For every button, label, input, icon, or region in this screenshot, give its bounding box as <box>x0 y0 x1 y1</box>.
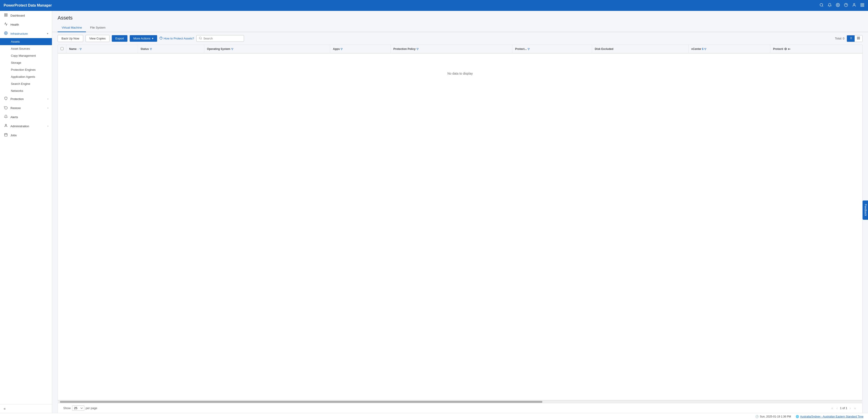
sidebar-item-restore[interactable]: Restore › <box>0 103 52 113</box>
help-icon[interactable] <box>844 3 848 8</box>
no-data-message: No data to display <box>58 54 862 93</box>
sidebar-item-health[interactable]: Health <box>0 20 52 29</box>
sidebar-item-dashboard[interactable]: Dashboard <box>0 11 52 20</box>
storage-label: Storage <box>11 61 21 64</box>
os-filter-icon[interactable]: ▽ <box>231 48 233 51</box>
tab-file-system[interactable]: File System <box>86 24 110 32</box>
disk-excluded-column-header: Disk Excluded <box>592 45 688 53</box>
svg-rect-11 <box>6 13 7 15</box>
vcenter-info-icon[interactable]: ℹ <box>702 48 703 51</box>
dashboard-label: Dashboard <box>10 14 25 17</box>
health-icon <box>4 22 8 27</box>
svg-point-2 <box>837 4 839 5</box>
svg-point-0 <box>820 3 823 6</box>
svg-rect-16 <box>4 133 7 136</box>
sidebar-item-administration[interactable]: Administration › <box>0 122 52 131</box>
search-input[interactable] <box>204 37 242 40</box>
protecti-column-header: Protecti ⚙ ⇤ <box>770 45 862 53</box>
sidebar-item-infrastructure[interactable]: Infrastructure ▾ <box>0 29 52 38</box>
infrastructure-chevron: ▾ <box>47 32 48 35</box>
copy-management-label: Copy Management <box>11 54 36 57</box>
name-sort-asc-icon[interactable]: ↑ <box>78 48 79 50</box>
select-all-header <box>58 45 66 53</box>
protection-label: Protection <box>10 97 24 101</box>
search-box <box>196 35 244 42</box>
sidebar-item-protection[interactable]: Protection › <box>0 94 52 103</box>
svg-rect-12 <box>4 15 6 16</box>
datetime-status: 🕐 Sun, 2025-01-19 1:36 PM <box>755 415 791 418</box>
svg-rect-31 <box>859 37 860 38</box>
gear-icon[interactable] <box>836 3 840 8</box>
page-header: Assets <box>52 11 868 24</box>
bell-icon[interactable] <box>828 3 832 8</box>
svg-rect-7 <box>863 3 864 4</box>
app-title: PowerProtect Data Manager <box>4 3 819 7</box>
sidebar-item-jobs[interactable]: Jobs <box>0 131 52 140</box>
view-copies-button[interactable]: View Copies <box>86 35 110 42</box>
dropdown-arrow-icon: ▾ <box>152 37 154 40</box>
first-page-button[interactable]: « <box>830 406 834 411</box>
sidebar-collapse-button[interactable]: « <box>0 404 52 413</box>
view-toggle <box>847 35 863 42</box>
per-page-label: per page <box>86 407 97 410</box>
export-button[interactable]: Export <box>112 35 128 42</box>
tab-virtual-machine[interactable]: Virtual Machine <box>58 24 86 32</box>
total-label: Total: 0 <box>835 37 844 40</box>
apps-filter-icon[interactable]: ▽ <box>341 48 342 51</box>
jobs-label: Jobs <box>10 133 17 137</box>
name-filter-icon[interactable]: ▽ <box>80 48 82 51</box>
more-actions-button[interactable]: More Actions ▾ <box>130 35 157 42</box>
last-page-button[interactable]: » <box>853 406 857 411</box>
search-icon[interactable] <box>819 3 824 8</box>
timezone-link[interactable]: Australia/Sydney - Australian Eastern St… <box>800 415 864 418</box>
status-filter-icon[interactable]: ▽ <box>150 48 152 51</box>
sidebar-sub-item-assets[interactable]: Assets <box>0 38 52 45</box>
protection-chevron: › <box>48 97 48 100</box>
protect-filter-icon[interactable]: ▽ <box>528 48 529 51</box>
tabs-bar: Virtual Machine File System <box>52 24 868 32</box>
show-label: Show <box>63 407 71 410</box>
list-view-button[interactable] <box>847 35 855 42</box>
alerts-icon <box>4 115 8 119</box>
column-collapse-icon[interactable]: ⇤ <box>788 47 791 51</box>
svg-rect-8 <box>861 5 862 6</box>
application-agents-label: Application Agents <box>11 75 35 79</box>
user-icon[interactable] <box>852 3 856 8</box>
alerts-label: Alerts <box>10 115 18 119</box>
sidebar-sub-item-copy-management[interactable]: Copy Management <box>0 52 52 59</box>
sidebar-sub-item-application-agents[interactable]: Application Agents <box>0 73 52 80</box>
infrastructure-label: Infrastructure <box>10 32 28 35</box>
how-to-protect-link[interactable]: How to Protect Assets? <box>159 36 194 40</box>
sidebar-sub-item-protection-engines[interactable]: Protection Engines <box>0 66 52 73</box>
horizontal-scrollbar[interactable] <box>58 400 863 403</box>
sidebar-sub-item-networks[interactable]: Networks <box>0 87 52 94</box>
grid-view-button[interactable] <box>855 35 862 42</box>
back-up-now-button[interactable]: Back Up Now <box>58 35 83 42</box>
svg-rect-30 <box>857 37 858 38</box>
search-engine-label: Search Engine <box>11 82 30 86</box>
prev-page-button[interactable]: ‹ <box>836 406 839 411</box>
per-page-select[interactable]: 25 10 50 100 <box>72 406 84 411</box>
asset-sources-label: Asset Sources <box>11 47 30 50</box>
protection-policy-filter-icon[interactable]: ▽ <box>416 48 418 51</box>
administration-label: Administration <box>10 124 29 128</box>
next-page-button[interactable]: › <box>849 406 852 411</box>
feedback-tab[interactable]: Feedback <box>863 201 868 220</box>
vcenter-filter-icon[interactable]: ▽ <box>704 48 706 51</box>
networks-label: Networks <box>11 89 23 92</box>
sidebar-item-alerts[interactable]: Alerts <box>0 113 52 122</box>
scrollbar-thumb[interactable] <box>60 401 542 403</box>
restore-label: Restore <box>10 107 21 110</box>
column-settings-icon[interactable]: ⚙ <box>784 47 787 51</box>
select-all-checkbox[interactable] <box>61 47 63 50</box>
sidebar-sub-item-search-engine[interactable]: Search Engine <box>0 80 52 87</box>
timezone-status: 🌐 Australia/Sydney - Australian Eastern … <box>796 415 864 418</box>
assets-table-container: Name ↑ ▽ Status ▽ <box>58 45 863 400</box>
pagination-controls: « ‹ 1 of 1 › » <box>830 406 857 411</box>
apps-icon[interactable] <box>860 3 864 8</box>
sidebar-sub-item-storage[interactable]: Storage <box>0 59 52 66</box>
main-content: Assets Virtual Machine File System Back … <box>52 11 868 413</box>
assets-table: Name ↑ ▽ Status ▽ <box>58 45 862 93</box>
svg-rect-6 <box>861 3 862 4</box>
sidebar-sub-item-asset-sources[interactable]: Asset Sources <box>0 45 52 52</box>
